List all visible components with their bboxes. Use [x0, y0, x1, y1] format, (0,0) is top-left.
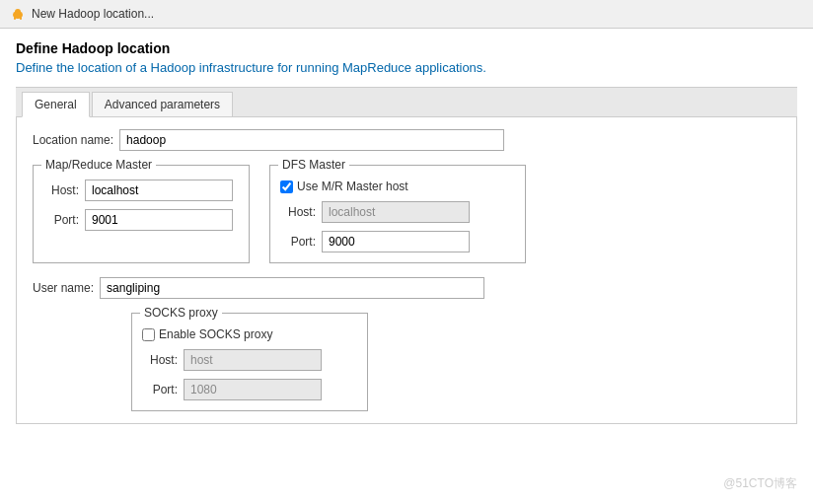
- tab-bar: General Advanced parameters: [16, 88, 797, 117]
- dfs-use-mr-checkbox[interactable]: [280, 180, 293, 193]
- dfs-master-group: DFS Master Use M/R Master host Host: Por…: [269, 165, 526, 263]
- dfs-port-label: Port:: [280, 235, 316, 249]
- dfs-port-row: Port:: [280, 231, 515, 252]
- dfs-use-mr-label[interactable]: Use M/R Master host: [297, 180, 408, 193]
- mr-host-input[interactable]: [85, 180, 233, 201]
- socks-port-label: Port:: [142, 383, 178, 396]
- socks-host-label: Host:: [142, 353, 178, 367]
- page-subtitle: Define the location of a Hadoop infrastr…: [16, 60, 797, 75]
- user-name-label: User name:: [33, 281, 94, 295]
- map-reduce-master-inner: Host: Port:: [43, 180, 239, 231]
- user-name-row: User name:: [33, 277, 780, 299]
- mr-port-input[interactable]: [85, 209, 233, 231]
- socks-checkbox-row: Enable SOCKS proxy: [142, 327, 357, 341]
- socks-port-input[interactable]: [184, 379, 322, 400]
- svg-point-1: [15, 9, 21, 15]
- tab-general[interactable]: General: [22, 92, 90, 117]
- title-bar: New Hadoop location...: [0, 0, 813, 29]
- user-name-input[interactable]: [100, 277, 484, 299]
- dfs-host-label: Host:: [280, 205, 316, 219]
- page-title: Define Hadoop location: [16, 40, 797, 56]
- location-name-label: Location name:: [33, 133, 113, 147]
- socks-proxy-legend: SOCKS proxy: [140, 306, 222, 320]
- tab-advanced[interactable]: Advanced parameters: [92, 92, 233, 116]
- main-content: Define Hadoop location Define the locati…: [0, 29, 813, 436]
- socks-port-row: Port:: [142, 379, 357, 400]
- location-name-row: Location name:: [33, 129, 780, 151]
- map-reduce-master-legend: Map/Reduce Master: [41, 158, 156, 172]
- watermark: @51CTO博客: [723, 475, 797, 492]
- socks-host-input[interactable]: [184, 349, 322, 371]
- socks-inner: Enable SOCKS proxy Host: Port:: [142, 327, 357, 400]
- map-reduce-master-group: Map/Reduce Master Host: Port:: [33, 165, 250, 263]
- mr-port-row: Port:: [43, 209, 239, 231]
- location-name-input[interactable]: [119, 129, 504, 151]
- dfs-master-legend: DFS Master: [278, 158, 349, 172]
- dfs-host-input[interactable]: [322, 201, 470, 223]
- title-bar-text: New Hadoop location...: [32, 7, 154, 21]
- svg-rect-3: [20, 17, 22, 20]
- socks-host-row: Host:: [142, 349, 357, 371]
- mr-host-row: Host:: [43, 180, 239, 201]
- svg-rect-2: [14, 17, 16, 20]
- socks-enable-checkbox[interactable]: [142, 328, 155, 341]
- two-col-section: Map/Reduce Master Host: Port: DFS Master: [33, 165, 780, 263]
- mr-host-label: Host:: [43, 183, 79, 197]
- dfs-checkbox-row: Use M/R Master host: [280, 180, 515, 193]
- mr-port-label: Port:: [43, 213, 79, 227]
- dfs-master-inner: Use M/R Master host Host: Port:: [280, 180, 515, 252]
- dfs-host-row: Host:: [280, 201, 515, 223]
- dfs-port-input[interactable]: [322, 231, 470, 252]
- socks-proxy-group: SOCKS proxy Enable SOCKS proxy Host: Por…: [131, 313, 368, 411]
- form-area: Location name: Map/Reduce Master Host: P…: [16, 117, 797, 424]
- socks-enable-label[interactable]: Enable SOCKS proxy: [159, 327, 272, 341]
- hadoop-icon: [10, 6, 26, 22]
